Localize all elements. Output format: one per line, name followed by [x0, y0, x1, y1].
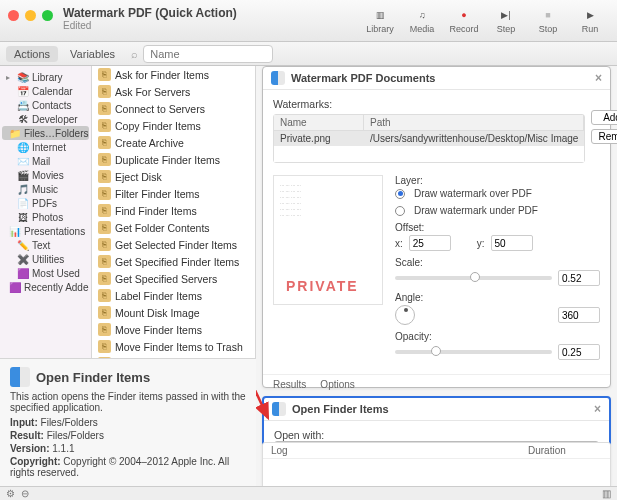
- media-button[interactable]: ♫Media: [403, 6, 441, 34]
- columns-icon[interactable]: ▥: [602, 488, 611, 499]
- action-icon: ⎘: [98, 289, 111, 302]
- stop-button[interactable]: ■Stop: [529, 6, 567, 34]
- category-icon: ✖️: [17, 253, 29, 265]
- action-item[interactable]: ⎘Label Finder Items: [92, 287, 255, 304]
- action-item[interactable]: ⎘Find Finder Items: [92, 202, 255, 219]
- col-name: Name: [274, 115, 364, 130]
- action-icon: ⎘: [98, 340, 111, 353]
- offset-x-input[interactable]: [409, 235, 451, 251]
- action-item[interactable]: ⎘Get Specified Servers: [92, 270, 255, 287]
- opacity-slider[interactable]: [395, 350, 552, 354]
- sidebar-item-internet[interactable]: 🌐Internet: [2, 140, 89, 154]
- sidebar-item-mail[interactable]: ✉️Mail: [2, 154, 89, 168]
- sidebar-item-recently-added[interactable]: 🟪Recently Added: [2, 280, 89, 294]
- watermarks-label: Watermarks:: [273, 98, 600, 110]
- sidebar-item-photos[interactable]: 🖼Photos: [2, 210, 89, 224]
- action-item[interactable]: ⎘Eject Disk: [92, 168, 255, 185]
- category-icon: 🛠: [17, 113, 29, 125]
- card-title: Watermark PDF Documents: [291, 72, 435, 84]
- sidebar-item-calendar[interactable]: 📅Calendar: [2, 84, 89, 98]
- watermarks-table[interactable]: Name Path Private.png /Users/sandywritte…: [273, 114, 585, 163]
- action-icon: ⎘: [98, 68, 111, 81]
- library-tabbar: Actions Variables ⌕: [0, 42, 617, 66]
- card-title: Open Finder Items: [292, 403, 389, 415]
- angle-input[interactable]: [558, 307, 600, 323]
- category-icon: 📚: [17, 71, 29, 83]
- zoom-icon[interactable]: [42, 10, 53, 21]
- sidebar-item-text[interactable]: ✏️Text: [2, 238, 89, 252]
- step-button[interactable]: ▶|Step: [487, 6, 525, 34]
- table-row[interactable]: Private.png /Users/sandywrittenhouse/Des…: [274, 131, 584, 146]
- close-icon[interactable]: ×: [595, 71, 602, 85]
- sidebar-item-developer[interactable]: 🛠Developer: [2, 112, 89, 126]
- scale-slider[interactable]: [395, 276, 552, 280]
- sidebar-item-music[interactable]: 🎵Music: [2, 182, 89, 196]
- sidebar-item-most-used[interactable]: 🟪Most Used: [2, 266, 89, 280]
- action-icon: ⎘: [98, 136, 111, 149]
- close-icon[interactable]: ×: [594, 402, 601, 416]
- offset-label: Offset:: [395, 222, 600, 233]
- sidebar-item-movies[interactable]: 🎬Movies: [2, 168, 89, 182]
- action-icon: ⎘: [98, 153, 111, 166]
- action-icon: ⎘: [98, 221, 111, 234]
- category-icon: 📁: [9, 127, 21, 139]
- scale-label: Scale:: [395, 257, 600, 268]
- action-item[interactable]: ⎘Get Specified Finder Items: [92, 253, 255, 270]
- action-item[interactable]: ⎘Duplicate Finder Items: [92, 151, 255, 168]
- action-watermark-pdf[interactable]: Watermark PDF Documents × Watermarks: Na…: [262, 66, 611, 388]
- options-tab[interactable]: Options: [320, 379, 354, 390]
- automator-icon: [271, 71, 285, 85]
- category-icon: 🟪: [9, 281, 21, 293]
- sidebar-item-utilities[interactable]: ✖️Utilities: [2, 252, 89, 266]
- titlebar: Watermark PDF (Quick Action) Edited ▥Lib…: [0, 0, 617, 42]
- minus-icon[interactable]: ⊖: [21, 488, 29, 499]
- scale-input[interactable]: [558, 270, 600, 286]
- watermark-stamp: PRIVATE: [286, 278, 359, 294]
- opacity-label: Opacity:: [395, 331, 600, 342]
- angle-label: Angle:: [395, 292, 600, 303]
- sidebar-item-pdfs[interactable]: 📄PDFs: [2, 196, 89, 210]
- sidebar-item-presentations[interactable]: 📊Presentations: [2, 224, 89, 238]
- radio-over[interactable]: Draw watermark over PDF: [395, 188, 600, 199]
- action-item[interactable]: ⎘Copy Finder Items: [92, 117, 255, 134]
- sidebar-item-files-folders[interactable]: 📁Files…Folders: [2, 126, 89, 140]
- action-item[interactable]: ⎘Move Finder Items to Trash: [92, 338, 255, 355]
- add-button[interactable]: Add…: [591, 110, 617, 125]
- action-item[interactable]: ⎘Move Finder Items: [92, 321, 255, 338]
- action-item[interactable]: ⎘Mount Disk Image: [92, 304, 255, 321]
- close-icon[interactable]: [8, 10, 19, 21]
- workflow-canvas[interactable]: Watermark PDF Documents × Watermarks: Na…: [256, 66, 617, 500]
- category-icon: 📅: [17, 85, 29, 97]
- action-item[interactable]: ⎘Ask for Finder Items: [92, 66, 255, 83]
- action-item[interactable]: ⎘Ask For Servers: [92, 83, 255, 100]
- category-icon: ✉️: [17, 155, 29, 167]
- radio-under[interactable]: Draw watermark under PDF: [395, 205, 600, 216]
- library-button[interactable]: ▥Library: [361, 6, 399, 34]
- remove-button[interactable]: Remove: [591, 129, 617, 144]
- offset-y-input[interactable]: [491, 235, 533, 251]
- minimize-icon[interactable]: [25, 10, 36, 21]
- search-input[interactable]: [143, 45, 273, 63]
- action-icon: ⎘: [98, 119, 111, 132]
- action-item[interactable]: ⎘Connect to Servers: [92, 100, 255, 117]
- action-icon: ⎘: [98, 85, 111, 98]
- sidebar-item-contacts[interactable]: 📇Contacts: [2, 98, 89, 112]
- results-tab[interactable]: Results: [273, 379, 306, 390]
- tab-actions[interactable]: Actions: [6, 46, 58, 62]
- finder-icon: [10, 367, 30, 387]
- action-item[interactable]: ⎘Get Selected Finder Items: [92, 236, 255, 253]
- action-item[interactable]: ⎘Get Folder Contents: [92, 219, 255, 236]
- action-item[interactable]: ⎘Filter Finder Items: [92, 185, 255, 202]
- sidebar-item-library[interactable]: ▸📚Library: [2, 70, 89, 84]
- record-button[interactable]: ●Record: [445, 6, 483, 34]
- run-button[interactable]: ▶Run: [571, 6, 609, 34]
- opacity-input[interactable]: [558, 344, 600, 360]
- category-icon: 🎵: [17, 183, 29, 195]
- gear-icon[interactable]: ⚙: [6, 488, 15, 499]
- angle-dial[interactable]: [395, 305, 415, 325]
- tab-variables[interactable]: Variables: [62, 46, 123, 62]
- action-icon: ⎘: [98, 187, 111, 200]
- status-bar: ⚙ ⊖ ▥: [0, 486, 617, 500]
- category-icon: 📇: [17, 99, 29, 111]
- action-item[interactable]: ⎘Create Archive: [92, 134, 255, 151]
